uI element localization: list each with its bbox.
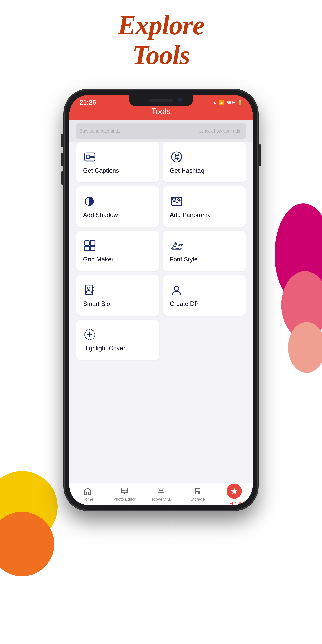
svg-line-6	[175, 154, 176, 160]
tool-card-get-hashtag[interactable]: Get Hashtag	[163, 142, 246, 182]
tool-card-add-panorama[interactable]: Add Panorama	[163, 186, 246, 227]
svg-text:Aa: Aa	[171, 240, 183, 251]
notch	[129, 95, 193, 106]
highlight-cover-label: Highlight Cover	[83, 345, 125, 352]
tool-card-smart-bio[interactable]: Smart Bio	[76, 275, 159, 316]
recovery-nav-icon	[156, 487, 166, 496]
phone-device: 21:25 ▲ 📶 55% 🔋 Tools Stay up to date an…	[64, 90, 258, 510]
notch-camera	[178, 98, 182, 102]
highlight-icon	[83, 328, 96, 341]
svg-point-33	[159, 490, 160, 491]
bg-blob-salmon	[288, 322, 322, 373]
grid-icon	[83, 239, 96, 252]
battery-text: 55%	[226, 100, 235, 105]
svg-rect-16	[85, 246, 89, 251]
empty-cell	[163, 320, 246, 360]
ad-inner: Stay up to date and... ...check how your…	[76, 124, 246, 139]
page-title: Explore Tools	[0, 10, 322, 70]
home-nav-icon	[84, 487, 92, 496]
wifi-icon: 📶	[219, 100, 224, 105]
svg-rect-13	[172, 198, 176, 200]
get-hashtag-label: Get Hashtag	[170, 167, 204, 174]
hashtag-icon	[170, 150, 183, 164]
svg-rect-15	[90, 241, 95, 245]
grid-row-4: Smart Bio Create DP	[76, 275, 246, 316]
recovery-nav-label: Recovery M...	[148, 497, 174, 502]
svg-rect-14	[85, 241, 89, 245]
svg-text:CC: CC	[91, 156, 94, 158]
grid-row-3: Grid Maker Aa Font Style	[76, 231, 246, 271]
shadow-icon	[83, 194, 96, 208]
nav-item-home[interactable]: Home	[70, 487, 106, 502]
svg-point-36	[198, 492, 199, 493]
svg-point-12	[178, 198, 180, 201]
explore-nav-icon[interactable]	[226, 484, 242, 499]
svg-rect-20	[85, 285, 92, 295]
smart-bio-label: Smart Bio	[83, 300, 110, 308]
tool-card-get-captions[interactable]: CC Get Captions	[76, 142, 159, 182]
status-time: 21:25	[80, 99, 96, 106]
ad-banner: Stay up to date and... ...check how your…	[70, 120, 252, 142]
svg-rect-17	[90, 246, 95, 251]
photo-editor-nav-icon	[120, 487, 129, 496]
tool-card-grid-maker[interactable]: Grid Maker	[76, 231, 159, 271]
notch-speaker	[149, 99, 173, 102]
photo-editor-nav-label: Photo Editor	[113, 497, 136, 502]
page-title-line2: Tools	[0, 40, 322, 70]
header-title: Tools	[151, 106, 171, 116]
tool-card-highlight-cover[interactable]: Highlight Cover	[76, 320, 159, 360]
tool-card-add-shadow[interactable]: Add Shadow	[76, 186, 159, 227]
nav-item-explore[interactable]: Explore	[216, 484, 252, 505]
grid-row-2: Add Shadow Add Panorama	[76, 186, 246, 227]
nav-item-photo-editor[interactable]: Photo Editor	[106, 487, 143, 502]
home-nav-label: Home	[82, 497, 93, 502]
svg-point-3	[172, 152, 182, 162]
grid-maker-label: Grid Maker	[83, 256, 114, 263]
phone-shell: 21:25 ▲ 📶 55% 🔋 Tools Stay up to date an…	[64, 90, 258, 510]
create-dp-label: Create DP	[170, 300, 198, 308]
bottom-nav: Home Photo Editor	[70, 483, 252, 505]
svg-point-35	[162, 490, 163, 491]
page-title-line1: Explore	[0, 10, 322, 40]
font-style-label: Font Style	[170, 256, 198, 263]
ad-text-left: Stay up to date and...	[80, 128, 122, 134]
tool-card-font-style[interactable]: Aa Font Style	[163, 231, 246, 271]
grid-row-1: CC Get Captions	[76, 142, 246, 182]
signal-icon: ▲	[212, 100, 217, 105]
battery-icon: 🔋	[237, 100, 242, 105]
storage-nav-icon	[193, 487, 202, 496]
bio-icon	[83, 283, 96, 297]
nav-item-storage[interactable]: Storage	[179, 487, 216, 502]
svg-point-21	[88, 287, 90, 290]
font-icon: Aa	[170, 239, 183, 252]
add-panorama-label: Add Panorama	[170, 212, 211, 218]
dp-icon	[170, 283, 183, 297]
storage-nav-label: Storage	[190, 497, 205, 502]
panorama-icon	[170, 194, 183, 208]
svg-point-34	[160, 490, 162, 491]
tool-card-create-dp[interactable]: Create DP	[163, 275, 246, 316]
nav-item-recovery[interactable]: Recovery M...	[143, 487, 179, 502]
phone-screen: 21:25 ▲ 📶 55% 🔋 Tools Stay up to date an…	[70, 95, 252, 505]
captions-icon: CC	[83, 150, 96, 164]
tools-grid: CC Get Captions	[76, 142, 246, 483]
svg-line-7	[178, 154, 178, 160]
explore-nav-label: Explore	[227, 500, 241, 505]
add-shadow-label: Add Shadow	[83, 212, 118, 218]
ad-text-right: ...check how your ads l	[198, 128, 242, 134]
svg-point-25	[174, 286, 179, 291]
get-captions-label: Get Captions	[83, 167, 119, 174]
svg-rect-1	[86, 155, 89, 159]
grid-row-5: Highlight Cover	[76, 320, 246, 360]
